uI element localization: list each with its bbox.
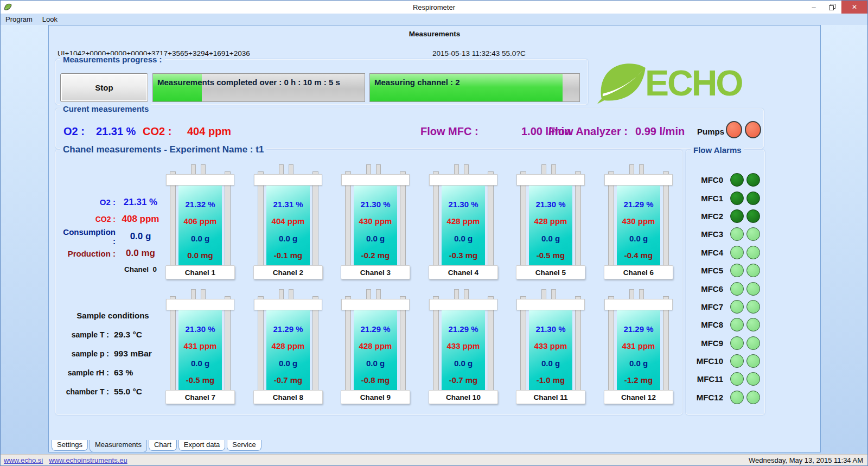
flow-mfc-label: Flow MFC : xyxy=(420,125,478,138)
channel-production-value: -1.2 mg xyxy=(610,375,667,385)
channel-bottle-8: 21.29 % 428 ppm 0.0 g -0.7 mg Chanel 8 xyxy=(253,289,323,404)
channel-production-value: -0.2 mg xyxy=(347,251,404,260)
mfc-alarm-led xyxy=(746,354,760,368)
bottle-cap xyxy=(604,174,673,186)
channel-bottle-7: 21.30 % 431 ppm 0.0 g -0.5 mg Chanel 7 xyxy=(165,289,235,404)
mfc-label: MFC10 xyxy=(697,356,723,366)
mfc-alarm-led xyxy=(730,264,744,277)
current-group-title: Curent measurements xyxy=(60,104,151,113)
channel-o2-value: 21.30 % xyxy=(435,200,492,209)
channel-consumption-value: 0.0 g xyxy=(260,234,316,243)
channel-name-label: Chanel 3 xyxy=(341,265,410,279)
pump-indicator-1 xyxy=(726,121,742,138)
current-co2-label: CO2 : xyxy=(143,125,171,138)
channel-consumption-value: 0.0 g xyxy=(522,359,579,368)
tab-label: Export data xyxy=(184,441,220,449)
channel-name-label: Chanel 6 xyxy=(604,265,673,279)
mfc-alarm-led xyxy=(746,300,760,314)
bottle-body: 21.30 % 431 ppm 0.0 g -0.5 mg xyxy=(178,310,222,391)
tab-settings[interactable]: Settings xyxy=(52,440,88,451)
mfc-alarm-led xyxy=(746,336,760,350)
flow-alarms-group: Flow Alarms MFC0 MFC1 MFC2 MFC3 MFC4 MFC… xyxy=(686,150,765,415)
mfc-alarm-led xyxy=(730,318,744,331)
progress-group-title: Measurements progress : xyxy=(60,55,165,64)
logo-text: ECHO xyxy=(645,65,742,101)
tab-label: Settings xyxy=(57,441,82,449)
progress-channel-label: Measuring channel : 2 xyxy=(374,74,460,91)
title-bar: Respirometer – ✕ xyxy=(1,1,867,14)
channel-production-value: -0.8 mg xyxy=(347,375,404,385)
measurements-panel: Measurements UI+1042+0000+0000+0000+3717… xyxy=(48,25,821,452)
channel-bottle-5: 21.30 % 428 ppm 0.0 g -0.5 mg Chanel 5 xyxy=(516,164,585,279)
current-o2-value: 21.31 % xyxy=(96,125,136,138)
mfc-alarm-led xyxy=(746,173,760,187)
mfc-alarm-led xyxy=(730,227,744,241)
channel-production-value: -0.5 mg xyxy=(522,251,579,260)
mfc-alarm-led xyxy=(746,227,760,241)
bottle-cap xyxy=(516,299,585,310)
channel-consumption-value: 0.0 g xyxy=(172,234,228,243)
mfc-alarm-led xyxy=(730,173,744,187)
status-link[interactable]: www.echoinstruments.eu xyxy=(49,456,127,464)
channel-production-value: -0.7 mg xyxy=(435,375,492,385)
mfc-alarm-row: MFC3 xyxy=(686,225,760,243)
channel-o2-value: 21.30 % xyxy=(347,200,404,209)
status-bar: www.echo.siwww.echoinstruments.eu Wednes… xyxy=(1,454,868,465)
mfc-alarm-row: MFC1 xyxy=(686,189,760,207)
channel-measurements-group: Chanel measurements - Experiment Name : … xyxy=(55,150,682,415)
mfc-alarm-row: MFC4 xyxy=(686,244,760,261)
mfc-alarm-led xyxy=(730,372,744,386)
channel-production-value: -0.7 mg xyxy=(260,375,316,385)
menu-program[interactable]: Program xyxy=(1,15,37,23)
progress-bar-channel: Measuring channel : 2 xyxy=(369,73,580,102)
bottles-area: 21.32 % 406 ppm 0.0 g 0.0 mg Chanel 1 21… xyxy=(56,150,682,414)
bottle-body: 21.29 % 430 ppm 0.0 g -0.4 mg xyxy=(617,186,660,266)
mfc-alarm-row: MFC8 xyxy=(686,316,760,334)
mfc-alarm-row: MFC11 xyxy=(686,370,760,388)
menu-look[interactable]: Look xyxy=(37,15,62,23)
bottle-cap xyxy=(166,299,234,310)
channel-o2-value: 21.29 % xyxy=(610,324,667,334)
bottle-body: 21.29 % 428 ppm 0.0 g -0.8 mg xyxy=(354,310,397,391)
window-controls: – ✕ xyxy=(805,1,867,14)
bottle-cap xyxy=(254,174,322,186)
mfc-alarm-row: MFC10 xyxy=(686,352,760,370)
measurement-timestamp: 2015-05-13 11:32:43 55.0?C xyxy=(432,49,526,58)
flow-alarms-title: Flow Alarms xyxy=(691,145,744,155)
bottle-body: 21.32 % 406 ppm 0.0 g 0.0 mg xyxy=(178,186,222,266)
stop-button[interactable]: Stop xyxy=(60,73,148,102)
leaf-icon xyxy=(595,61,649,105)
channel-co2-value: 430 ppm xyxy=(610,216,667,226)
mfc-label: MFC8 xyxy=(701,320,723,329)
channel-bottle-11: 21.30 % 433 ppm 0.0 g -1.0 mg Chanel 11 xyxy=(516,289,585,404)
tab-chart[interactable]: Chart xyxy=(149,440,177,451)
measurements-progress-group: Measurements progress : Stop Measurement… xyxy=(55,59,588,105)
status-link[interactable]: www.echo.si xyxy=(4,456,43,464)
minimize-button[interactable]: – xyxy=(805,1,823,14)
flow-analyzer-label: Flow Analyzer : xyxy=(548,125,628,138)
restore-button[interactable] xyxy=(823,1,841,14)
channel-name-label: Chanel 8 xyxy=(253,390,323,404)
bottle-cap xyxy=(341,299,410,310)
tab-strip: SettingsMeasurementsChartExport dataServ… xyxy=(52,440,263,452)
tab-service[interactable]: Service xyxy=(227,440,261,451)
channel-co2-value: 428 ppm xyxy=(347,341,404,350)
mfc-alarm-led xyxy=(746,372,760,386)
bottle-cap xyxy=(604,299,673,310)
mfc-alarm-led xyxy=(746,391,760,404)
close-button[interactable]: ✕ xyxy=(841,1,867,14)
channel-co2-value: 428 ppm xyxy=(435,216,492,226)
channel-bottle-1: 21.32 % 406 ppm 0.0 g 0.0 mg Chanel 1 xyxy=(165,164,235,279)
channel-name-label: Chanel 10 xyxy=(429,390,498,404)
mfc-label: MFC3 xyxy=(701,229,723,239)
current-o2-label: O2 : xyxy=(63,125,85,138)
mfc-alarm-led xyxy=(746,282,760,296)
mfc-label: MFC2 xyxy=(701,212,723,221)
channel-name-label: Chanel 12 xyxy=(604,390,673,404)
channel-production-value: -0.4 mg xyxy=(610,251,667,260)
mfc-label: MFC0 xyxy=(701,175,723,184)
tab-measurements[interactable]: Measurements xyxy=(90,440,147,452)
tab-export-data[interactable]: Export data xyxy=(178,440,226,451)
mfc-alarm-row: MFC2 xyxy=(686,207,760,225)
channel-o2-value: 21.29 % xyxy=(610,200,667,209)
